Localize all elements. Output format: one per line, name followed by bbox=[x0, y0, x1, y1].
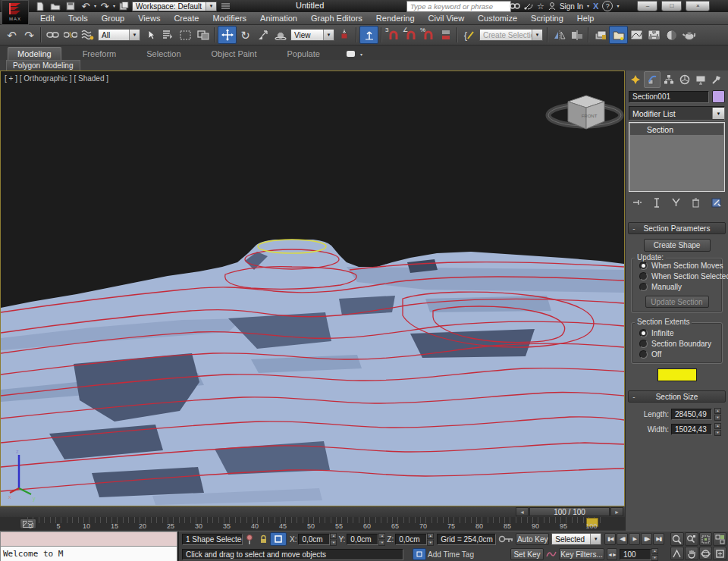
schematic-view-icon[interactable] bbox=[645, 27, 663, 43]
menu-scripting[interactable]: Scripting bbox=[524, 14, 570, 23]
selection-filter-dropdown[interactable]: All ▼ bbox=[98, 29, 140, 41]
window-crossing-toggle-icon[interactable] bbox=[194, 27, 212, 43]
radio-icon[interactable] bbox=[639, 340, 648, 348]
menu-modifiers[interactable]: Modifiers bbox=[206, 14, 253, 23]
next-frame-button[interactable]: ▮▶ bbox=[641, 533, 652, 545]
show-end-result-icon[interactable] bbox=[654, 198, 660, 208]
menu-help[interactable]: Help bbox=[570, 14, 601, 23]
open-file-icon[interactable] bbox=[49, 1, 62, 11]
search-input[interactable]: Type a keyword or phrase bbox=[406, 1, 511, 12]
user-icon[interactable] bbox=[548, 2, 556, 10]
track-bar-tick-0[interactable]: 0 bbox=[28, 522, 32, 530]
configure-modifier-sets-icon[interactable] bbox=[711, 198, 722, 208]
track-bar-tick-100[interactable]: 100 bbox=[585, 522, 597, 530]
ribbon-tab-freeform[interactable]: Freeform bbox=[74, 48, 126, 60]
set-key-button[interactable]: Set Key bbox=[510, 548, 544, 560]
time-slider-display[interactable]: 100 / 100 bbox=[529, 507, 610, 516]
track-bar-tick-60[interactable]: 60 bbox=[363, 522, 371, 530]
track-bar-tick-65[interactable]: 65 bbox=[391, 522, 399, 530]
render-setup-icon[interactable] bbox=[680, 27, 698, 43]
redo-icon[interactable]: ↷ bbox=[98, 1, 111, 11]
radio-icon[interactable] bbox=[639, 272, 648, 280]
track-bar-tick-95[interactable]: 95 bbox=[560, 522, 567, 530]
key-mode-toggle-button[interactable]: ◄► bbox=[607, 548, 617, 560]
sign-in-button[interactable]: Sign In bbox=[560, 2, 583, 11]
zoom-icon[interactable] bbox=[670, 532, 684, 546]
collapse-icon[interactable]: - bbox=[629, 393, 639, 401]
use-pivot-point-icon[interactable] bbox=[336, 27, 353, 43]
select-and-manipulate-icon[interactable] bbox=[359, 26, 378, 44]
menu-create[interactable]: Create bbox=[167, 14, 206, 23]
workspace-menu-icon[interactable] bbox=[218, 1, 232, 11]
y-spinner[interactable]: ▲▼ bbox=[378, 533, 385, 546]
select-object-icon[interactable] bbox=[142, 27, 159, 43]
previous-frame-arrow-icon[interactable]: ◄ bbox=[516, 507, 529, 516]
add-time-tag-label[interactable]: Add Time Tag bbox=[428, 550, 474, 559]
track-bar-tick-70[interactable]: 70 bbox=[419, 522, 427, 530]
bind-to-space-warp-icon[interactable] bbox=[79, 27, 96, 43]
track-bar-tick-10[interactable]: 10 bbox=[83, 522, 90, 530]
radio-manually[interactable]: Manually bbox=[639, 281, 719, 292]
menu-views[interactable]: Views bbox=[131, 14, 167, 23]
select-by-name-icon[interactable] bbox=[159, 27, 177, 43]
spinner-snap-icon[interactable] bbox=[437, 27, 454, 43]
play-button[interactable]: ▶ bbox=[629, 533, 640, 545]
signin-caret-icon[interactable]: ▾ bbox=[587, 4, 589, 8]
radio-icon[interactable] bbox=[639, 262, 648, 270]
macro-recorder-pane[interactable] bbox=[0, 531, 177, 547]
z-spinner[interactable]: ▲▼ bbox=[427, 533, 434, 546]
track-bar-tick-45[interactable]: 45 bbox=[279, 522, 287, 530]
spin-down-icon[interactable]: ▼ bbox=[714, 430, 721, 436]
select-and-move-icon[interactable] bbox=[218, 26, 237, 44]
radio-icon[interactable] bbox=[639, 350, 648, 359]
current-frame-field[interactable]: 100 bbox=[620, 549, 651, 560]
undo-scene-icon[interactable]: ↶ bbox=[3, 27, 20, 43]
menu-animation[interactable]: Animation bbox=[253, 14, 304, 23]
project-folder-icon[interactable] bbox=[117, 1, 130, 11]
track-bar-tick-80[interactable]: 80 bbox=[475, 522, 483, 530]
maximize-viewport-icon[interactable] bbox=[713, 547, 726, 560]
tab-create[interactable] bbox=[628, 72, 643, 87]
ribbon-tab-populate[interactable]: Populate bbox=[278, 48, 328, 60]
maxscript-mini-listener[interactable]: Welcome to M bbox=[0, 531, 179, 561]
y-coordinate-field[interactable]: 0,0cm bbox=[347, 534, 378, 545]
absolute-mode-toggle-icon[interactable] bbox=[270, 532, 287, 546]
pin-stack-icon[interactable] bbox=[632, 198, 642, 207]
tab-display[interactable] bbox=[693, 72, 708, 87]
keyboard-shortcut-override-icon[interactable]: { bbox=[460, 27, 478, 43]
add-time-tag-icon[interactable] bbox=[413, 548, 426, 560]
x-coordinate-field[interactable]: 0,0cm bbox=[298, 534, 330, 545]
viewport-label[interactable]: [ + ] [ Orthographic ] [ Shaded ] bbox=[5, 74, 108, 83]
track-bar-tick-30[interactable]: 30 bbox=[195, 522, 202, 530]
search-binoculars-icon[interactable] bbox=[510, 2, 520, 10]
workspace-dropdown[interactable]: Workspace: Default ▼ bbox=[132, 2, 217, 11]
track-bar-tick-20[interactable]: 20 bbox=[139, 522, 146, 530]
z-coordinate-field[interactable]: 0,0cm bbox=[395, 534, 427, 545]
default-in-out-tangents-icon[interactable] bbox=[544, 546, 559, 561]
width-spinner[interactable]: ▲▼ bbox=[714, 423, 721, 436]
help-icon[interactable]: ? bbox=[602, 1, 613, 11]
communication-center-icon[interactable] bbox=[524, 2, 533, 10]
zoom-all-icon[interactable] bbox=[685, 532, 698, 546]
new-file-icon[interactable] bbox=[33, 1, 47, 11]
curve-editor-icon[interactable] bbox=[628, 27, 645, 43]
menu-customize[interactable]: Customize bbox=[471, 14, 524, 23]
update-section-button[interactable]: Update Section bbox=[645, 296, 709, 308]
modifier-stack[interactable]: Section bbox=[629, 122, 725, 192]
align-icon[interactable] bbox=[568, 27, 585, 43]
menu-rendering[interactable]: Rendering bbox=[369, 14, 422, 23]
field-of-view-icon[interactable] bbox=[670, 547, 684, 560]
undo-icon[interactable]: ↶ bbox=[79, 1, 93, 11]
length-spinner[interactable]: ▲▼ bbox=[714, 408, 721, 421]
track-bar-tick-40[interactable]: 40 bbox=[251, 522, 259, 530]
layer-manager-icon[interactable] bbox=[592, 27, 609, 43]
track-bar-tick-55[interactable]: 55 bbox=[335, 522, 343, 530]
select-and-link-icon[interactable] bbox=[44, 27, 61, 43]
workspace-caret-icon[interactable]: ▼ bbox=[206, 2, 216, 11]
modifier-stack-item-section[interactable]: Section bbox=[630, 124, 723, 135]
tab-motion[interactable] bbox=[677, 72, 692, 87]
ribbon-tab-modeling[interactable]: Modeling bbox=[8, 47, 61, 60]
modifier-list-caret-icon[interactable]: ▼ bbox=[712, 108, 724, 119]
tab-modify[interactable] bbox=[644, 71, 661, 88]
application-menu-button[interactable]: MAX bbox=[2, 0, 29, 25]
